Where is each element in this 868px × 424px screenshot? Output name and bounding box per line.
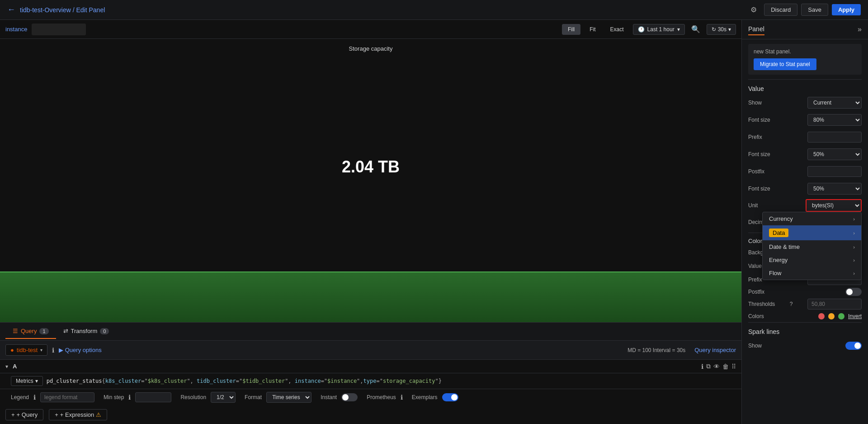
invert-button[interactable]: Invert bbox=[848, 313, 862, 319]
zoom-button[interactable]: 🔍 bbox=[689, 24, 703, 34]
min-step-input[interactable] bbox=[135, 392, 171, 402]
show-select[interactable]: Current bbox=[807, 97, 862, 109]
instant-toggle[interactable] bbox=[341, 393, 358, 401]
instant-label: Instant bbox=[321, 394, 337, 400]
discard-button[interactable]: Discard bbox=[764, 4, 797, 16]
prometheus-info-button[interactable]: ℹ bbox=[401, 394, 403, 401]
spark-toggle-switch[interactable] bbox=[845, 342, 862, 350]
query-options-label: Query options bbox=[65, 347, 102, 353]
query-a-drag-handle[interactable]: ⠿ bbox=[731, 362, 736, 370]
fit-button[interactable]: Fit bbox=[584, 24, 601, 34]
unit-select[interactable]: bytes(SI) bbox=[807, 200, 861, 211]
fill-button[interactable]: Fill bbox=[562, 24, 580, 35]
top-bar: ← tidb-test-Overview / Edit Panel ⚙ Disc… bbox=[0, 0, 868, 20]
panel-tab-button[interactable]: Panel bbox=[748, 24, 764, 35]
dropdown-item-energy[interactable]: Energy › bbox=[763, 253, 861, 267]
clock-icon: 🕐 bbox=[638, 26, 645, 33]
query-a-hide-button[interactable]: 👁 bbox=[713, 362, 720, 370]
query-options-button[interactable]: ▶ Query options bbox=[59, 347, 102, 353]
spark-show-toggle[interactable] bbox=[845, 342, 862, 350]
legend-format-input[interactable] bbox=[40, 392, 94, 402]
font-size-select-3[interactable]: 50% bbox=[807, 183, 862, 195]
exemplars-toggle-knob bbox=[451, 394, 458, 400]
dropdown-item-currency[interactable]: Currency › bbox=[763, 212, 861, 225]
expression-warning-icon: ⚠ bbox=[96, 411, 101, 418]
data-label: Data bbox=[769, 229, 788, 237]
instance-right: Fill Fit Exact 🕐 Last 1 hour ▾ 🔍 ↻ 30s ▾ bbox=[562, 24, 736, 35]
right-panel: Panel » new Stat panel. Migrate to Stat … bbox=[741, 20, 868, 424]
source-info-button[interactable]: ℹ bbox=[52, 347, 54, 354]
postfix-toggle[interactable] bbox=[845, 288, 862, 296]
panel-collapse-button[interactable]: » bbox=[858, 25, 862, 33]
query-row-a: ▾ A ℹ ⧉ 👁 🗑 ⠿ bbox=[0, 360, 741, 373]
plus-icon: + bbox=[11, 411, 15, 418]
flow-label: Flow bbox=[769, 270, 781, 276]
legend-row: Legend ℹ Min step ℹ Resolution 1/2 Forma… bbox=[0, 389, 741, 405]
postfix-color-label: Postfix bbox=[748, 289, 764, 295]
min-step-info-button[interactable]: ℹ bbox=[128, 394, 131, 401]
color-dot-red[interactable] bbox=[818, 313, 825, 319]
instant-toggle-switch[interactable] bbox=[341, 393, 358, 401]
source-selector[interactable]: ● tidb-test ▾ bbox=[5, 344, 47, 356]
migrate-button[interactable]: Migrate to Stat panel bbox=[754, 58, 816, 70]
resolution-select[interactable]: 1/2 bbox=[211, 392, 236, 403]
spark-toggle-knob bbox=[854, 343, 861, 349]
legend-info-button[interactable]: ℹ bbox=[33, 394, 36, 401]
datetime-label: Date & time bbox=[769, 243, 800, 250]
add-expression-label: + Expression bbox=[60, 411, 94, 418]
instance-input[interactable] bbox=[32, 24, 86, 35]
query-a-collapse-button[interactable]: ▾ bbox=[5, 363, 8, 370]
refresh-control[interactable]: ↻ 30s ▾ bbox=[707, 24, 736, 35]
tab-query[interactable]: ☰ Query 1 bbox=[5, 324, 56, 339]
query-inspector-button[interactable]: Query inspector bbox=[694, 347, 736, 353]
settings-button[interactable]: ⚙ bbox=[747, 4, 760, 16]
format-select[interactable]: Time series bbox=[266, 392, 311, 403]
back-button[interactable]: ← bbox=[7, 5, 15, 14]
postfix-toggle-switch[interactable] bbox=[845, 288, 862, 296]
energy-chevron-icon: › bbox=[853, 257, 855, 263]
query-tab-icon: ☰ bbox=[13, 328, 18, 334]
prefix-label: Prefix bbox=[748, 134, 762, 140]
query-a-copy-button[interactable]: ⧉ bbox=[706, 362, 711, 370]
time-range-picker[interactable]: 🕐 Last 1 hour ▾ bbox=[633, 24, 685, 35]
transform-tab-badge: 0 bbox=[100, 328, 109, 334]
colors-row-inner: Invert bbox=[818, 313, 862, 319]
tab-transform[interactable]: ⇄ Transform 0 bbox=[56, 324, 117, 339]
prefix-input[interactable] bbox=[807, 132, 862, 143]
breadcrumb: tidb-test-Overview / Edit Panel bbox=[20, 6, 105, 14]
dropdown-item-datetime[interactable]: Date & time › bbox=[763, 240, 861, 253]
thresholds-input[interactable] bbox=[807, 299, 862, 310]
instance-left: instance bbox=[5, 24, 86, 35]
thresholds-help-icon[interactable]: ? bbox=[790, 301, 793, 307]
add-query-button[interactable]: + + Query bbox=[5, 409, 43, 420]
dropdown-item-flow[interactable]: Flow › bbox=[763, 267, 861, 280]
top-bar-left: ← tidb-test-Overview / Edit Panel bbox=[7, 5, 105, 14]
color-dot-orange[interactable] bbox=[828, 313, 835, 319]
apply-button[interactable]: Apply bbox=[832, 4, 861, 15]
add-query-row: + + Query + + Expression ⚠ bbox=[0, 405, 741, 424]
exact-button[interactable]: Exact bbox=[605, 24, 629, 34]
exemplars-toggle-switch[interactable] bbox=[442, 393, 458, 401]
font-size-select-2[interactable]: 50% bbox=[807, 148, 862, 160]
postfix-input[interactable] bbox=[807, 166, 862, 177]
metrics-button[interactable]: Metrics ▾ bbox=[11, 376, 43, 386]
show-spark-label: Show bbox=[748, 343, 762, 349]
thresholds-row: Thresholds ? bbox=[748, 299, 862, 310]
data-chevron-icon: › bbox=[853, 230, 855, 236]
dropdown-item-data[interactable]: Data › bbox=[763, 225, 861, 240]
min-step-label: Min step bbox=[104, 394, 124, 400]
spark-lines-section-title: Spark lines bbox=[748, 322, 862, 339]
instance-bar: instance Fill Fit Exact 🕐 Last 1 hour ▾ … bbox=[0, 20, 741, 39]
currency-label: Currency bbox=[769, 215, 793, 222]
exemplars-toggle[interactable] bbox=[442, 393, 458, 401]
query-tab-label: Query bbox=[21, 328, 37, 334]
color-dot-green[interactable] bbox=[838, 313, 844, 319]
save-button[interactable]: Save bbox=[801, 4, 828, 16]
font-size-select-1[interactable]: 80% bbox=[807, 114, 862, 126]
resolution-label: Resolution bbox=[180, 394, 206, 400]
add-expression-button[interactable]: + + Expression ⚠ bbox=[49, 409, 107, 420]
prefix-color-label: Prefix bbox=[748, 276, 762, 283]
query-a-info-button[interactable]: ℹ bbox=[701, 362, 703, 370]
query-a-delete-button[interactable]: 🗑 bbox=[722, 362, 729, 370]
font-size-label-1: Font size bbox=[748, 117, 770, 123]
